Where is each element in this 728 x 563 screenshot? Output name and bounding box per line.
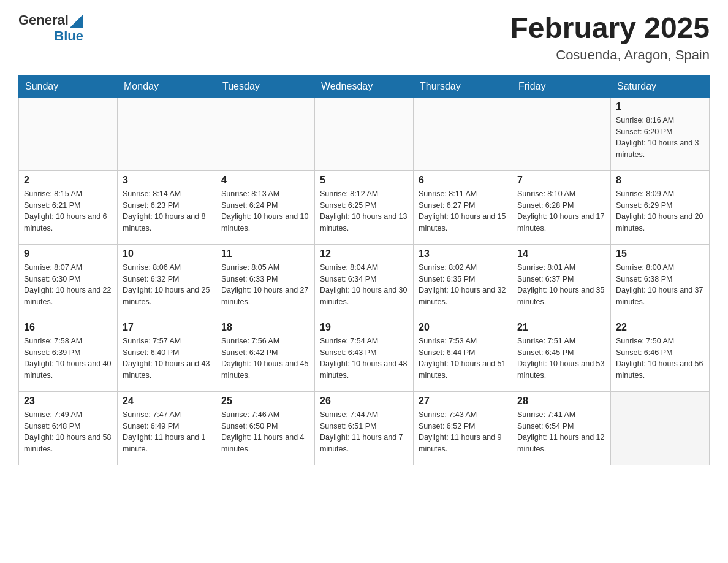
day-info: Sunrise: 8:09 AMSunset: 6:29 PMDaylight:… [616, 188, 704, 234]
day-cell: 28Sunrise: 7:41 AMSunset: 6:54 PMDayligh… [512, 391, 611, 465]
day-cell: 27Sunrise: 7:43 AMSunset: 6:52 PMDayligh… [414, 391, 512, 465]
day-cell: 25Sunrise: 7:46 AMSunset: 6:50 PMDayligh… [216, 391, 315, 465]
header-friday: Friday [512, 75, 611, 97]
calendar-table: Sunday Monday Tuesday Wednesday Thursday… [18, 75, 710, 465]
logo-row1: General [18, 12, 83, 28]
day-info: Sunrise: 8:12 AMSunset: 6:25 PMDaylight:… [320, 188, 408, 234]
day-number: 28 [517, 396, 605, 407]
day-cell [216, 97, 315, 170]
day-cell [315, 97, 414, 170]
day-number: 26 [320, 396, 408, 407]
week-row-2: 9Sunrise: 8:07 AMSunset: 6:30 PMDaylight… [19, 244, 710, 318]
day-info: Sunrise: 8:04 AMSunset: 6:34 PMDaylight:… [320, 262, 408, 308]
day-info: Sunrise: 7:46 AMSunset: 6:50 PMDaylight:… [221, 409, 309, 455]
day-info: Sunrise: 7:50 AMSunset: 6:46 PMDaylight:… [616, 335, 704, 381]
day-info: Sunrise: 7:43 AMSunset: 6:52 PMDaylight:… [419, 409, 507, 455]
day-cell: 14Sunrise: 8:01 AMSunset: 6:37 PMDayligh… [512, 244, 611, 318]
day-cell [118, 97, 216, 170]
day-cell: 20Sunrise: 7:53 AMSunset: 6:44 PMDayligh… [414, 318, 512, 391]
day-number: 24 [123, 396, 211, 407]
day-cell: 8Sunrise: 8:09 AMSunset: 6:29 PMDaylight… [611, 170, 710, 244]
day-cell: 5Sunrise: 8:12 AMSunset: 6:25 PMDaylight… [315, 170, 414, 244]
day-number: 23 [24, 396, 112, 407]
day-info: Sunrise: 7:51 AMSunset: 6:45 PMDaylight:… [517, 335, 605, 381]
week-row-1: 2Sunrise: 8:15 AMSunset: 6:21 PMDaylight… [19, 170, 710, 244]
day-cell: 21Sunrise: 7:51 AMSunset: 6:45 PMDayligh… [512, 318, 611, 391]
calendar-header: Sunday Monday Tuesday Wednesday Thursday… [19, 75, 710, 97]
day-number: 1 [616, 101, 704, 112]
day-cell: 13Sunrise: 8:02 AMSunset: 6:35 PMDayligh… [414, 244, 512, 318]
day-number: 25 [221, 396, 309, 407]
day-cell: 19Sunrise: 7:54 AMSunset: 6:43 PMDayligh… [315, 318, 414, 391]
day-cell: 15Sunrise: 8:00 AMSunset: 6:38 PMDayligh… [611, 244, 710, 318]
day-number: 8 [616, 175, 704, 186]
day-number: 22 [616, 322, 704, 333]
header-saturday: Saturday [611, 75, 710, 97]
day-info: Sunrise: 7:41 AMSunset: 6:54 PMDaylight:… [517, 409, 605, 455]
title-block: February 2025 Cosuenda, Aragon, Spain [510, 12, 710, 63]
header-tuesday: Tuesday [216, 75, 315, 97]
day-info: Sunrise: 7:49 AMSunset: 6:48 PMDaylight:… [24, 409, 112, 455]
day-info: Sunrise: 8:07 AMSunset: 6:30 PMDaylight:… [24, 262, 112, 308]
day-cell: 7Sunrise: 8:10 AMSunset: 6:28 PMDaylight… [512, 170, 611, 244]
day-number: 4 [221, 175, 309, 186]
logo-blue-text: Blue [54, 28, 83, 44]
day-number: 2 [24, 175, 112, 186]
day-info: Sunrise: 8:05 AMSunset: 6:33 PMDaylight:… [221, 262, 309, 308]
header-monday: Monday [118, 75, 216, 97]
day-cell: 18Sunrise: 7:56 AMSunset: 6:42 PMDayligh… [216, 318, 315, 391]
day-info: Sunrise: 8:10 AMSunset: 6:28 PMDaylight:… [517, 188, 605, 234]
day-number: 14 [517, 248, 605, 259]
logo: General Blue [18, 12, 83, 44]
header-thursday: Thursday [414, 75, 512, 97]
page-header: General Blue February 2025 Cosuenda, Ara… [18, 12, 710, 63]
day-cell: 3Sunrise: 8:14 AMSunset: 6:23 PMDaylight… [118, 170, 216, 244]
day-info: Sunrise: 8:13 AMSunset: 6:24 PMDaylight:… [221, 188, 309, 234]
day-info: Sunrise: 8:16 AMSunset: 6:20 PMDaylight:… [616, 115, 704, 161]
day-cell: 26Sunrise: 7:44 AMSunset: 6:51 PMDayligh… [315, 391, 414, 465]
day-cell: 17Sunrise: 7:57 AMSunset: 6:40 PMDayligh… [118, 318, 216, 391]
day-info: Sunrise: 7:56 AMSunset: 6:42 PMDaylight:… [221, 335, 309, 381]
day-info: Sunrise: 8:02 AMSunset: 6:35 PMDaylight:… [419, 262, 507, 308]
day-info: Sunrise: 7:47 AMSunset: 6:49 PMDaylight:… [123, 409, 211, 455]
day-number: 20 [419, 322, 507, 333]
day-info: Sunrise: 7:53 AMSunset: 6:44 PMDaylight:… [419, 335, 507, 381]
day-cell: 24Sunrise: 7:47 AMSunset: 6:49 PMDayligh… [118, 391, 216, 465]
day-cell: 11Sunrise: 8:05 AMSunset: 6:33 PMDayligh… [216, 244, 315, 318]
day-info: Sunrise: 7:54 AMSunset: 6:43 PMDaylight:… [320, 335, 408, 381]
week-row-0: 1Sunrise: 8:16 AMSunset: 6:20 PMDaylight… [19, 97, 710, 170]
day-info: Sunrise: 7:57 AMSunset: 6:40 PMDaylight:… [123, 335, 211, 381]
day-cell: 22Sunrise: 7:50 AMSunset: 6:46 PMDayligh… [611, 318, 710, 391]
day-info: Sunrise: 8:00 AMSunset: 6:38 PMDaylight:… [616, 262, 704, 308]
calendar-title: February 2025 [510, 12, 710, 45]
day-info: Sunrise: 8:11 AMSunset: 6:27 PMDaylight:… [419, 188, 507, 234]
day-number: 13 [419, 248, 507, 259]
day-cell: 1Sunrise: 8:16 AMSunset: 6:20 PMDaylight… [611, 97, 710, 170]
day-cell [414, 97, 512, 170]
day-info: Sunrise: 8:01 AMSunset: 6:37 PMDaylight:… [517, 262, 605, 308]
calendar-subtitle: Cosuenda, Aragon, Spain [510, 47, 710, 63]
svg-marker-0 [70, 14, 83, 28]
week-row-4: 23Sunrise: 7:49 AMSunset: 6:48 PMDayligh… [19, 391, 710, 465]
day-info: Sunrise: 8:14 AMSunset: 6:23 PMDaylight:… [123, 188, 211, 234]
day-info: Sunrise: 7:44 AMSunset: 6:51 PMDaylight:… [320, 409, 408, 455]
day-cell [512, 97, 611, 170]
day-cell [19, 97, 118, 170]
day-info: Sunrise: 8:15 AMSunset: 6:21 PMDaylight:… [24, 188, 112, 234]
day-number: 21 [517, 322, 605, 333]
day-cell [611, 391, 710, 465]
header-sunday: Sunday [19, 75, 118, 97]
day-number: 27 [419, 396, 507, 407]
day-number: 5 [320, 175, 408, 186]
weekday-header-row: Sunday Monday Tuesday Wednesday Thursday… [19, 75, 710, 97]
day-cell: 10Sunrise: 8:06 AMSunset: 6:32 PMDayligh… [118, 244, 216, 318]
logo-general-text: General [18, 12, 69, 28]
day-number: 9 [24, 248, 112, 259]
calendar-body: 1Sunrise: 8:16 AMSunset: 6:20 PMDaylight… [19, 97, 710, 465]
day-cell: 12Sunrise: 8:04 AMSunset: 6:34 PMDayligh… [315, 244, 414, 318]
day-number: 3 [123, 175, 211, 186]
day-info: Sunrise: 8:06 AMSunset: 6:32 PMDaylight:… [123, 262, 211, 308]
day-cell: 6Sunrise: 8:11 AMSunset: 6:27 PMDaylight… [414, 170, 512, 244]
day-number: 16 [24, 322, 112, 333]
day-number: 15 [616, 248, 704, 259]
